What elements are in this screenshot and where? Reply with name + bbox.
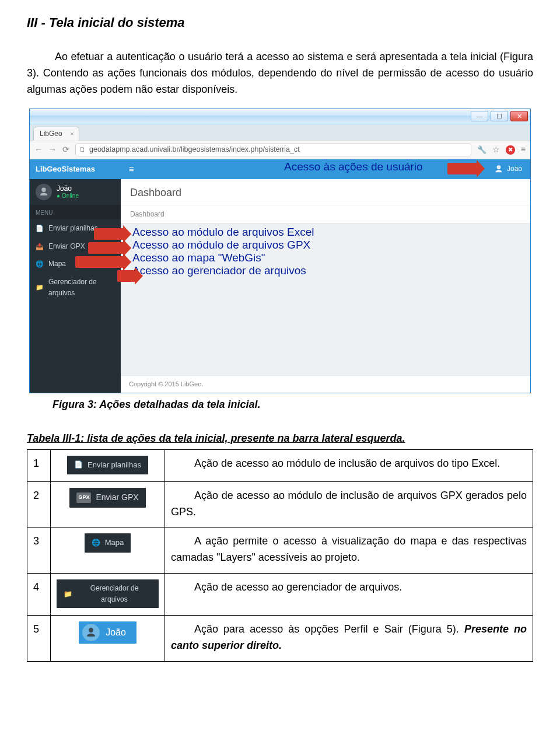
folder-icon: 📁: [36, 282, 44, 292]
file-icon: 📄: [74, 459, 83, 470]
callout-top: Acesso às ações de usuário: [284, 160, 436, 173]
tab-title: LibGeo: [40, 128, 62, 139]
chip-mapa: 🌐 Mapa: [85, 533, 131, 552]
table-row: 1 📄 Enviar planilhas Ação de acesso ao m…: [27, 449, 533, 481]
page-title: Dashboard: [121, 179, 530, 205]
chip-label: Gerenciador de arquivos: [77, 583, 152, 605]
callout-line-4: Acesso ao gerenciador de arquivos: [132, 264, 306, 277]
chip-label: João: [106, 626, 126, 640]
nav-label: Gerenciador de arquivos: [48, 277, 115, 298]
topbar-username: João: [507, 163, 522, 174]
table-row: 5 João Ação para acesso às opções Perfil…: [27, 616, 533, 662]
browser-tabstrip: LibGeo ×: [30, 124, 530, 141]
callout-line-2: Acesso ao módulo de arquivos GPX: [132, 239, 310, 252]
row-thumb: 🌐 Mapa: [51, 528, 165, 574]
arrow-icon: [75, 256, 124, 268]
table-row: 3 🌐 Mapa A ação permite o acesso à visua…: [27, 528, 533, 574]
nav-reload-icon[interactable]: ⟳: [62, 144, 69, 156]
table-row: 2 GPX Enviar GPX Ação de acesso ao módul…: [27, 481, 533, 528]
nav-gerenciador-arquivos[interactable]: 📁 Gerenciador de arquivos: [30, 273, 121, 302]
menu-header: MENU: [30, 205, 121, 220]
footer: Copyright © 2015 LibGeo.: [121, 375, 530, 393]
callout-line-3: Acesso ao mapa "WebGis": [132, 252, 265, 264]
row-number: 1: [27, 449, 51, 481]
file-icon: 📄: [36, 223, 44, 233]
nav-back-icon[interactable]: ←: [34, 144, 43, 156]
chip-gerenciador: 📁 Gerenciador de arquivos: [57, 579, 159, 608]
row-description: A ação permite o acesso à visualização d…: [165, 528, 533, 574]
chip-user: João: [79, 621, 136, 644]
window-minimize-button[interactable]: —: [471, 111, 488, 121]
globe-icon: 🌐: [36, 259, 44, 269]
figure-caption: Figura 3: Ações detalhadas da tela inici…: [52, 397, 533, 413]
chip-enviar-gpx: GPX Enviar GPX: [69, 488, 145, 508]
sidebar: LibGeoSistemas João Online MENU 📄 Enviar…: [30, 159, 121, 393]
actions-table: 1 📄 Enviar planilhas Ação de acesso ao m…: [27, 449, 533, 662]
wrench-icon[interactable]: 🔧: [477, 144, 487, 156]
row-description: Ação de acesso ao gerenciador de arquivo…: [165, 574, 533, 616]
breadcrumb: Dashboard: [121, 205, 530, 224]
row-number: 2: [27, 481, 51, 528]
chip-label: Enviar planilhas: [88, 459, 141, 471]
menu-toggle-icon[interactable]: ≡: [129, 162, 134, 176]
callout-line-1: Acesso ao módulo de arquivos Excel: [132, 226, 314, 239]
window-titlebar: — ☐ ✕: [30, 109, 530, 124]
arrow-icon: [94, 228, 124, 240]
star-icon[interactable]: ☆: [492, 144, 500, 156]
main-area: ≡ João Dashboard Dashboard Copyright © 2…: [121, 159, 530, 393]
window-close-button[interactable]: ✕: [510, 111, 528, 121]
arrow-icon: [88, 242, 124, 254]
nav-label: Enviar planilhas: [48, 223, 98, 234]
row-thumb: 📄 Enviar planilhas: [51, 449, 165, 481]
table-row: 4 📁 Gerenciador de arquivos Ação de aces…: [27, 574, 533, 616]
row-description: Ação de acesso ao módulo de inclusão de …: [165, 481, 533, 528]
tab-close-icon[interactable]: ×: [70, 129, 74, 139]
arrow-icon: [117, 270, 136, 282]
gpx-badge-icon: GPX: [76, 492, 91, 503]
row-thumb: João: [51, 616, 165, 662]
table-caption: Tabela III-1: lista de ações da tela ini…: [27, 431, 533, 447]
folder-icon: 📁: [64, 589, 72, 600]
online-status: Online: [57, 193, 79, 200]
browser-menu-icon[interactable]: ≡: [521, 144, 526, 156]
window-maximize-button[interactable]: ☐: [491, 111, 508, 121]
browser-address-bar: ← → ⟳ 🗋 geodatapmp.acad.univali.br/libge…: [30, 141, 530, 159]
nav-label: Enviar GPX: [48, 241, 85, 252]
row-number: 3: [27, 528, 51, 574]
section-heading: III - Tela inicial do sistema: [27, 13, 533, 33]
sidebar-user[interactable]: João Online: [30, 179, 121, 205]
chip-label: Mapa: [105, 537, 124, 549]
topbar-user[interactable]: João: [494, 163, 522, 174]
globe-icon: 🌐: [92, 537, 100, 549]
row-number: 5: [27, 616, 51, 662]
url-field[interactable]: 🗋 geodatapmp.acad.univali.br/libgeosiste…: [75, 144, 471, 156]
row-description: Ação para acesso às opções Perfil e Sair…: [165, 616, 533, 662]
avatar-icon: [82, 624, 100, 641]
row-number: 4: [27, 574, 51, 616]
nav-label: Mapa: [48, 259, 66, 270]
intro-paragraph: Ao efetuar a autenticação o usuário terá…: [27, 49, 533, 98]
adblock-icon[interactable]: ✖: [506, 145, 515, 155]
app-body: LibGeoSistemas João Online MENU 📄 Enviar…: [30, 159, 530, 393]
site-icon: 🗋: [79, 145, 86, 155]
browser-tab[interactable]: LibGeo ×: [33, 127, 79, 141]
row-thumb: GPX Enviar GPX: [51, 481, 165, 528]
arrow-icon: [447, 163, 478, 174]
url-text: geodatapmp.acad.univali.br/libgeosistema…: [89, 144, 300, 155]
row-description: Ação de acesso ao módulo de inclusão de …: [165, 449, 533, 481]
avatar-icon: [36, 184, 52, 200]
chip-enviar-planilhas: 📄 Enviar planilhas: [67, 456, 148, 474]
screenshot-figure: — ☐ ✕ LibGeo × ← → ⟳ 🗋 geodatapmp.acad.u…: [29, 109, 531, 393]
sidebar-username: João: [57, 184, 79, 193]
row-thumb: 📁 Gerenciador de arquivos: [51, 574, 165, 616]
brand: LibGeoSistemas: [30, 159, 121, 179]
nav-forward-icon[interactable]: →: [48, 144, 57, 156]
upload-icon: 📤: [36, 242, 44, 252]
chip-label: Enviar GPX: [96, 491, 138, 504]
